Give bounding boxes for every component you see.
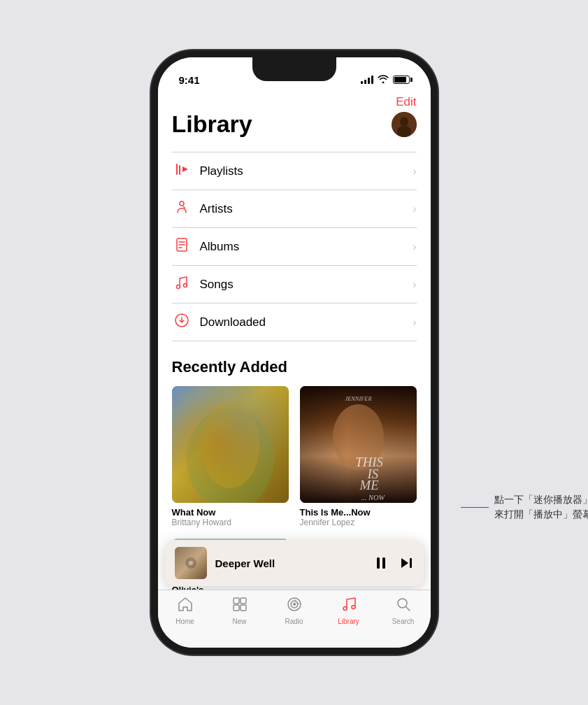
album-artist-what-now: Brittany Howard: [172, 518, 289, 527]
svg-point-40: [352, 606, 355, 609]
radio-label: Radio: [285, 618, 303, 625]
avatar[interactable]: [392, 112, 417, 137]
search-label: Search: [392, 618, 415, 625]
album-art-what-now: [172, 386, 289, 503]
mini-player-title: Deeper Well: [215, 557, 365, 569]
svg-text:ME: ME: [359, 478, 379, 492]
mini-player-art: [175, 547, 207, 579]
callout-text: 點一下「迷你播放器」來打開「播放中」螢幕。: [494, 492, 589, 522]
svg-point-2: [397, 126, 411, 137]
tab-new[interactable]: New: [213, 596, 267, 625]
albums-icon: [172, 237, 192, 256]
svg-text:... NOW: ... NOW: [361, 494, 385, 501]
mini-player[interactable]: Deeper Well: [165, 540, 424, 586]
wifi-icon: [378, 75, 389, 85]
home-icon: [177, 596, 194, 615]
phone-frame: 9:41: [158, 57, 431, 648]
songs-chevron: ›: [413, 278, 416, 291]
tab-library[interactable]: Library: [322, 596, 376, 625]
svg-point-39: [343, 607, 347, 611]
playlists-label: Playlists: [200, 164, 413, 178]
library-item-downloaded[interactable]: Downloaded ›: [172, 304, 417, 341]
callout: 點一下「迷你播放器」來打開「播放中」螢幕。: [461, 492, 589, 522]
library-item-albums[interactable]: Albums ›: [172, 228, 417, 266]
svg-rect-31: [410, 558, 412, 568]
page-title-row: Library: [172, 111, 417, 138]
svg-point-11: [176, 285, 180, 289]
svg-line-42: [406, 607, 410, 611]
svg-point-16: [201, 401, 259, 488]
status-icons: [361, 75, 410, 85]
svg-rect-34: [234, 605, 239, 611]
svg-rect-32: [234, 598, 239, 604]
library-label: Library: [338, 618, 359, 625]
phone-wrapper: 9:41: [158, 57, 431, 648]
album-artist-jennifer-lopez: Jennifer Lopez: [300, 518, 417, 527]
tab-radio[interactable]: Radio: [267, 596, 322, 625]
signal-icon: [361, 76, 373, 84]
battery-icon: [393, 76, 410, 84]
svg-rect-35: [241, 605, 246, 611]
albums-chevron: ›: [413, 241, 416, 253]
next-track-button[interactable]: [399, 555, 414, 571]
library-item-artists[interactable]: Artists ›: [172, 190, 417, 228]
svg-rect-4: [179, 165, 180, 175]
search-icon: [395, 596, 412, 615]
new-label: New: [232, 618, 246, 625]
notch: [252, 57, 336, 81]
svg-point-12: [183, 284, 187, 287]
tab-home[interactable]: Home: [158, 596, 213, 625]
svg-point-5: [180, 201, 184, 206]
radio-icon: [286, 596, 303, 615]
page-title: Library: [172, 111, 252, 138]
svg-text:THIS: THIS: [355, 455, 383, 469]
svg-rect-14: [172, 386, 289, 503]
svg-rect-3: [176, 164, 178, 175]
library-item-playlists[interactable]: Playlists ›: [172, 152, 417, 190]
albums-label: Albums: [200, 240, 413, 254]
main-content: Edit Library: [158, 92, 431, 590]
svg-rect-17: [300, 386, 417, 503]
svg-point-28: [189, 561, 193, 565]
svg-rect-30: [382, 557, 385, 569]
songs-label: Songs: [200, 278, 413, 292]
playlists-icon: [172, 162, 192, 180]
downloaded-icon: [172, 313, 192, 332]
tab-search[interactable]: Search: [376, 596, 431, 625]
header-row: Edit: [172, 92, 417, 111]
edit-button[interactable]: Edit: [396, 95, 416, 109]
recently-added-title: Recently Added: [172, 358, 417, 376]
svg-text:IS: IS: [366, 467, 378, 481]
svg-text:JENNIFER: JENNIFER: [345, 396, 371, 402]
svg-rect-29: [377, 557, 380, 569]
library-item-songs[interactable]: Songs ›: [172, 266, 417, 304]
svg-point-18: [332, 404, 383, 470]
new-icon: [231, 596, 248, 615]
songs-icon: [172, 275, 192, 294]
album-art-jennifer-lopez: JENNIFER THIS IS ME ... NOW: [300, 386, 417, 503]
status-time: 9:41: [179, 74, 200, 86]
mini-player-controls: [373, 555, 414, 571]
tab-bar: Home New: [158, 590, 431, 648]
artists-label: Artists: [200, 202, 413, 216]
artists-chevron: ›: [413, 203, 416, 215]
callout-line: [461, 507, 489, 508]
album-card-what-now[interactable]: What Now Brittany Howard: [172, 386, 289, 527]
playlists-chevron: ›: [413, 165, 416, 178]
pause-button[interactable]: [373, 555, 389, 571]
album-title-what-now: What Now: [172, 507, 289, 518]
home-label: Home: [175, 618, 194, 625]
svg-point-1: [400, 117, 408, 127]
downloaded-label: Downloaded: [200, 315, 413, 329]
svg-point-15: [186, 408, 273, 503]
album-card-jennifer-lopez[interactable]: JENNIFER THIS IS ME ... NOW This Is Me..…: [300, 386, 417, 527]
library-list: Playlists › Artists ›: [172, 152, 417, 341]
downloaded-chevron: ›: [413, 316, 416, 329]
album-title-jennifer-lopez: This Is Me...Now: [300, 507, 417, 518]
svg-rect-33: [241, 598, 246, 604]
artists-icon: [172, 199, 192, 218]
library-icon: [340, 596, 357, 615]
